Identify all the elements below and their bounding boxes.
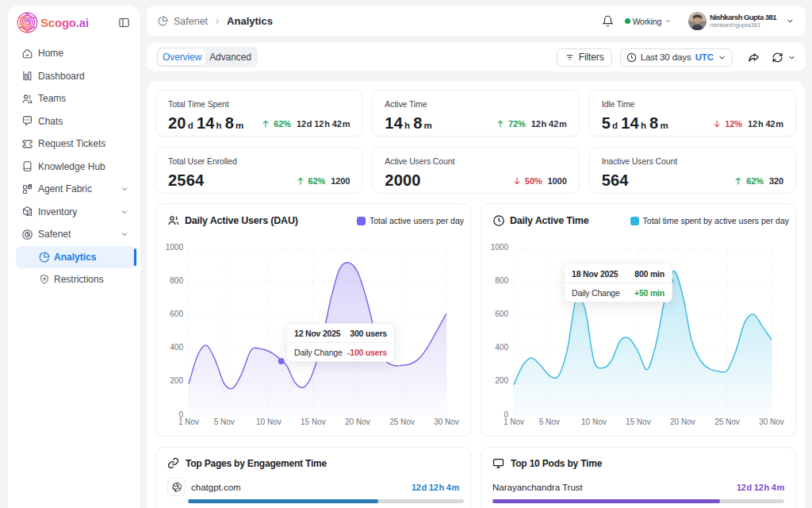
svg-text:20 Nov: 20 Nov (670, 418, 695, 426)
svg-text:15 Nov: 15 Nov (626, 418, 651, 426)
svg-text:5 Nov: 5 Nov (214, 418, 235, 426)
svg-text:800: 800 (495, 276, 508, 285)
svg-text:5 Nov: 5 Nov (539, 418, 560, 426)
svg-text:1 Nov: 1 Nov (504, 418, 524, 426)
svg-text:15 Nov: 15 Nov (301, 418, 326, 426)
svg-text:30 Nov: 30 Nov (759, 418, 784, 426)
svg-text:10 Nov: 10 Nov (581, 418, 607, 426)
svg-text:30 Nov: 30 Nov (434, 418, 459, 426)
svg-text:400: 400 (170, 343, 183, 352)
svg-text:1000: 1000 (491, 243, 509, 252)
svg-text:200: 200 (170, 376, 183, 385)
svg-text:800: 800 (170, 276, 183, 285)
svg-text:600: 600 (170, 310, 183, 318)
svg-text:10 Nov: 10 Nov (256, 418, 282, 426)
svg-text:1000: 1000 (166, 243, 184, 252)
svg-text:20 Nov: 20 Nov (345, 418, 370, 426)
svg-text:400: 400 (495, 343, 508, 352)
svg-text:200: 200 (495, 376, 508, 385)
svg-text:1 Nov: 1 Nov (178, 418, 199, 426)
svg-text:25 Nov: 25 Nov (714, 418, 740, 426)
svg-text:600: 600 (495, 310, 508, 318)
svg-text:25 Nov: 25 Nov (389, 418, 415, 426)
